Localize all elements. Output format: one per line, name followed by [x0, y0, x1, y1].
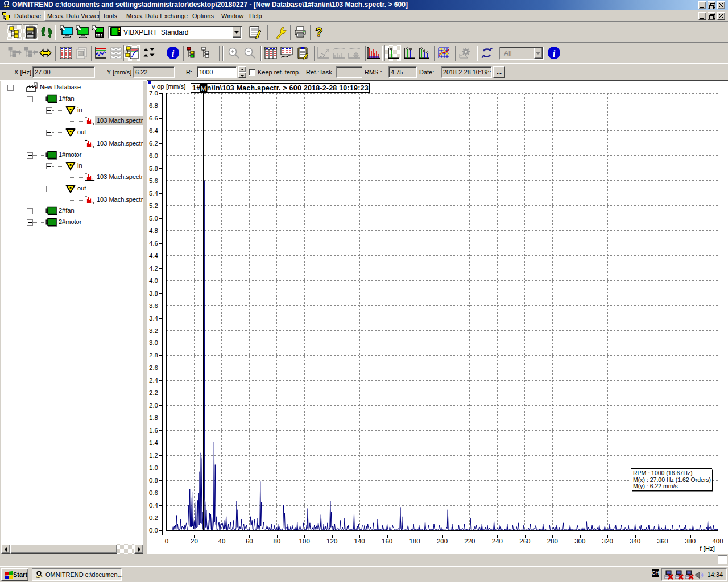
svg-text:4.6: 4.6: [149, 240, 158, 247]
svg-text:?: ?: [315, 25, 322, 39]
svg-text:6.4: 6.4: [149, 127, 159, 134]
svg-text:5.6: 5.6: [149, 177, 158, 184]
svg-text:300: 300: [574, 538, 585, 544]
svg-text:3.4: 3.4: [149, 315, 159, 322]
svg-text:1.8: 1.8: [149, 414, 158, 421]
svg-text:i: i: [172, 48, 175, 59]
svg-text:i: i: [553, 48, 556, 59]
svg-text:60: 60: [246, 538, 253, 544]
svg-text:v op [mm/s]: v op [mm/s]: [152, 83, 185, 90]
svg-text:RPM : 1000 (16.67Hz): RPM : 1000 (16.67Hz): [633, 469, 692, 476]
svg-text:0.8: 0.8: [149, 477, 158, 484]
svg-text:4.0: 4.0: [149, 277, 158, 284]
svg-text:3.8: 3.8: [149, 290, 158, 297]
svg-text:20: 20: [191, 538, 198, 544]
svg-text:f [Hz]: f [Hz]: [700, 545, 715, 552]
svg-text:5.4: 5.4: [149, 190, 159, 197]
svg-text:1.0: 1.0: [149, 464, 158, 471]
svg-text:4.2: 4.2: [149, 265, 158, 272]
svg-text:3.0: 3.0: [149, 339, 158, 346]
svg-text:160: 160: [382, 538, 392, 544]
svg-text:5.0: 5.0: [149, 215, 158, 222]
svg-text:M: M: [201, 85, 206, 92]
svg-text:2.4: 2.4: [149, 377, 159, 384]
svg-text:0.6: 0.6: [149, 489, 158, 496]
svg-text:260: 260: [519, 538, 530, 544]
svg-text:240: 240: [492, 538, 503, 544]
svg-text:3.6: 3.6: [149, 302, 158, 309]
svg-text:3.2: 3.2: [149, 327, 158, 334]
svg-text:320: 320: [602, 538, 613, 544]
svg-text:6.6: 6.6: [149, 115, 158, 122]
svg-text:360: 360: [657, 538, 668, 544]
svg-text:0.2: 0.2: [149, 514, 158, 521]
svg-text:2.8: 2.8: [149, 352, 158, 359]
svg-text:7.0: 7.0: [149, 90, 158, 97]
svg-text:4.8: 4.8: [149, 227, 158, 234]
svg-text:2.0: 2.0: [149, 402, 158, 409]
svg-text:340: 340: [630, 538, 640, 544]
svg-text:0.4: 0.4: [149, 502, 159, 509]
svg-text:100: 100: [299, 538, 310, 544]
svg-text:1#fan\in\103 Mach.spectr. > 60: 1#fan\in\103 Mach.spectr. > 600 2018-2-2…: [192, 84, 369, 92]
svg-text:4.4: 4.4: [149, 252, 159, 259]
svg-text:140: 140: [354, 538, 365, 544]
svg-text:M(y) : 6.22 mm/s: M(y) : 6.22 mm/s: [633, 483, 678, 489]
svg-text:200: 200: [437, 538, 448, 544]
svg-text:5.2: 5.2: [149, 202, 158, 209]
svg-text:80: 80: [273, 538, 280, 544]
svg-text:280: 280: [547, 538, 558, 544]
svg-text:1.2: 1.2: [149, 452, 158, 459]
svg-text:2.6: 2.6: [149, 364, 158, 371]
svg-text:40: 40: [218, 538, 226, 544]
svg-text:120: 120: [326, 538, 337, 544]
svg-text:6.0: 6.0: [149, 152, 158, 159]
svg-text:6.2: 6.2: [149, 140, 158, 147]
svg-text:380: 380: [685, 538, 696, 544]
svg-text:6.8: 6.8: [149, 102, 158, 109]
svg-text:2.2: 2.2: [149, 389, 158, 396]
svg-text:400: 400: [712, 538, 723, 544]
svg-text:1.6: 1.6: [149, 427, 158, 434]
svg-text:5.8: 5.8: [149, 165, 158, 172]
svg-text:0.0: 0.0: [149, 527, 158, 534]
svg-text:220: 220: [464, 538, 475, 544]
svg-text:180: 180: [409, 538, 420, 544]
svg-text:1.4: 1.4: [149, 439, 159, 446]
svg-text:0: 0: [165, 538, 168, 544]
